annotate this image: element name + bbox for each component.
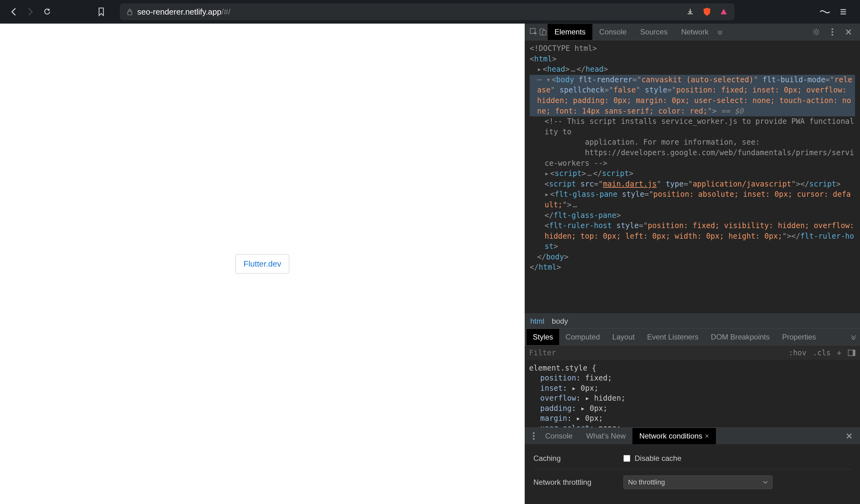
flutter-link-button[interactable]: Flutter.dev <box>235 254 289 274</box>
tab-network[interactable]: Network <box>674 24 715 40</box>
sidebar-toggle-icon[interactable] <box>848 349 856 356</box>
tab-event-listeners[interactable]: Event Listeners <box>641 329 704 345</box>
url-domain: seo-renderer.netlify.app <box>137 7 221 16</box>
crumb-html[interactable]: html <box>530 317 544 326</box>
dom-tree[interactable]: <!DOCTYPE html> <html> ▸<head>…</head> ⋯… <box>525 40 860 314</box>
throttling-label: Network throttling <box>533 478 624 487</box>
close-icon[interactable] <box>844 27 853 37</box>
svg-point-7 <box>831 34 833 36</box>
dom-comment: <!-- This script installs service_worker… <box>545 117 854 167</box>
svg-point-5 <box>831 28 833 30</box>
selected-dom-node[interactable]: ⋯ ▾<body flt-renderer="canvaskit (auto-s… <box>530 75 855 116</box>
back-button[interactable] <box>9 8 18 16</box>
devtools-panel: Elements Console Sources Network <!DOCTY… <box>525 24 860 504</box>
close-tab-icon[interactable]: × <box>705 432 709 441</box>
svg-rect-9 <box>853 350 855 355</box>
tab-computed[interactable]: Computed <box>559 329 606 345</box>
chevron-down-icon <box>763 481 768 484</box>
filter-input[interactable] <box>529 348 789 357</box>
svg-point-12 <box>533 438 535 440</box>
styles-pane: element.style { position: fixed;inset: ▸… <box>525 360 860 427</box>
disable-cache-label: Disable cache <box>635 454 682 463</box>
throttling-select[interactable]: No throttling <box>624 475 772 489</box>
tab-dom-breakpoints[interactable]: DOM Breakpoints <box>705 329 776 345</box>
tab-sources[interactable]: Sources <box>633 24 674 40</box>
gear-icon[interactable] <box>812 27 821 37</box>
reload-button[interactable] <box>43 8 52 16</box>
forward-button[interactable] <box>26 8 35 16</box>
breadcrumb: html body <box>525 314 860 328</box>
more-tabs-icon[interactable] <box>715 27 725 37</box>
bookmark-button[interactable] <box>97 8 105 16</box>
menu-button[interactable] <box>839 8 848 16</box>
kebab-menu-icon[interactable] <box>828 27 837 37</box>
doctype: <!DOCTYPE html> <box>530 44 597 53</box>
inspect-element-icon[interactable] <box>529 27 539 37</box>
add-rule-icon[interactable]: + <box>837 348 841 357</box>
download-icon[interactable] <box>686 8 694 16</box>
tab-layout[interactable]: Layout <box>606 329 641 345</box>
device-toggle-icon[interactable] <box>539 27 548 37</box>
tab-properties[interactable]: Properties <box>776 329 822 345</box>
network-conditions-panel: Caching Disable cache Network throttling… <box>525 444 860 504</box>
caching-label: Caching <box>533 454 624 463</box>
page-viewport: Flutter.dev <box>0 24 525 504</box>
svg-point-6 <box>831 31 833 33</box>
url-path: /#/ <box>221 7 230 16</box>
svg-point-11 <box>533 435 535 437</box>
url-bar[interactable]: seo-renderer.netlify.app/#/ <box>120 3 734 20</box>
extension-icon[interactable] <box>819 9 831 15</box>
drawer-close-icon[interactable] <box>846 433 856 440</box>
svg-rect-0 <box>128 11 132 15</box>
drawer-tab-whatsnew[interactable]: What's New <box>579 428 632 444</box>
more-styles-tabs-icon[interactable] <box>849 332 858 342</box>
lock-icon <box>127 8 133 15</box>
brave-rewards-icon[interactable] <box>720 8 728 16</box>
drawer-tab-console[interactable]: Console <box>539 428 579 444</box>
svg-rect-3 <box>542 30 546 35</box>
crumb-body[interactable]: body <box>552 317 568 326</box>
css-selector[interactable]: element.style { <box>529 364 597 372</box>
tab-styles[interactable]: Styles <box>527 329 559 345</box>
svg-point-4 <box>815 30 818 33</box>
tab-elements[interactable]: Elements <box>548 24 592 40</box>
brave-shield-icon[interactable] <box>702 7 712 16</box>
svg-point-10 <box>533 432 535 434</box>
tab-console[interactable]: Console <box>592 24 633 40</box>
drawer-tab-network-conditions[interactable]: Network conditions × <box>632 428 716 444</box>
hov-toggle[interactable]: :hov <box>789 348 807 357</box>
cls-toggle[interactable]: .cls <box>813 348 831 357</box>
drawer-menu-icon[interactable] <box>529 431 539 441</box>
disable-cache-checkbox[interactable] <box>624 455 630 462</box>
